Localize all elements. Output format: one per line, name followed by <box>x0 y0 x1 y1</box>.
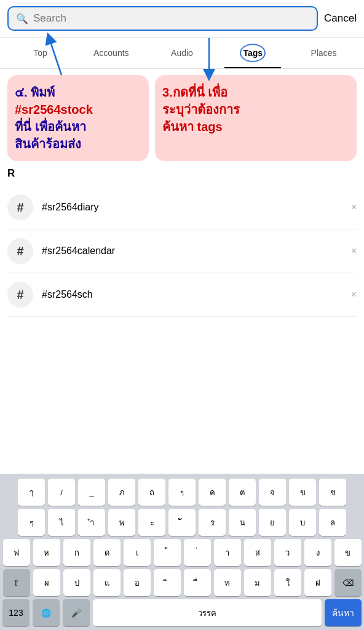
tabs-bar: Top Accounts Audio Tags Places <box>0 38 364 69</box>
numbers-label: 123 <box>9 608 23 618</box>
keyboard-row-2: ๆ ไ ำ พ ะ ั ร น ย บ ล <box>2 509 362 536</box>
key-ฟ[interactable]: ฟ <box>3 539 30 566</box>
key-ต[interactable]: ต <box>229 479 256 506</box>
key-ย[interactable]: ย <box>259 509 286 536</box>
key-ค[interactable]: ค <box>199 479 226 506</box>
key-ท[interactable]: ท <box>214 569 241 596</box>
keyboard-bottom-row: 123 🌐 🎤 วรรค ค้นหา <box>2 599 362 626</box>
tab-tags-circle: Tags <box>240 44 266 62</box>
tab-audio[interactable]: Audio <box>146 42 217 64</box>
annotation-left-line4: สินค้าร้อมส่ง <box>15 137 81 151</box>
annotation-right-line1: 3.กดที่นี่ เพื่อ <box>162 86 228 99</box>
key-จ[interactable]: จ <box>259 479 286 506</box>
key-น[interactable]: น <box>229 509 256 536</box>
key-ไ[interactable]: ไ <box>48 509 75 536</box>
keyboard-row-3: ฟ ห ก ด เ ้ ่ า ส ว ง ข <box>2 539 362 566</box>
list-item: # #sr2564calendar × <box>7 229 357 273</box>
annotation-box-left: ๔. พิมพ์ #sr2564stock ที่นี่ เพื่อค้นหา … <box>7 75 149 161</box>
key-บ[interactable]: บ <box>289 509 316 536</box>
annotation-left-line3: ที่นี่ เพื่อค้นหา <box>15 120 86 134</box>
key-tone-mai-tho[interactable]: ้ <box>154 539 181 566</box>
tag-name: #sr2564diary <box>42 202 342 213</box>
key-ถ[interactable]: ถ <box>138 479 165 506</box>
key-เ[interactable]: เ <box>124 539 151 566</box>
key-ใ[interactable]: ใ <box>274 569 301 596</box>
key-ำ[interactable]: ำ <box>78 509 105 536</box>
letter-divider: R <box>0 164 364 181</box>
key-อ[interactable]: อ <box>124 569 151 596</box>
key-ด[interactable]: ด <box>93 539 121 566</box>
delete-key[interactable]: ⌫ <box>334 569 362 596</box>
search-key[interactable]: ค้นหา <box>325 599 362 626</box>
annotation-right-line2: ระบุว่าต้องการ <box>162 103 240 116</box>
space-label: วรรค <box>198 607 216 620</box>
key-ห[interactable]: ห <box>33 539 60 566</box>
key-ข[interactable]: ข <box>289 479 316 506</box>
tag-close-button[interactable]: × <box>351 245 357 257</box>
key-ภ[interactable]: ภ <box>108 479 135 506</box>
globe-key[interactable]: 🌐 <box>33 599 60 626</box>
annotation-left-line1: ๔. พิมพ์ <box>15 86 55 99</box>
tag-list: # #sr2564diary × # #sr2564calendar × # #… <box>0 186 364 317</box>
key-ข2[interactable]: ข <box>334 539 362 566</box>
key-ๅ[interactable]: ๅ <box>18 479 45 506</box>
mic-icon: 🎤 <box>71 608 81 618</box>
tag-name: #sr2564sch <box>42 289 342 300</box>
cancel-button[interactable]: Cancel <box>324 12 357 25</box>
key-ช[interactable]: ช <box>319 479 346 506</box>
key-ร[interactable]: ร <box>199 509 226 536</box>
tag-close-button[interactable]: × <box>351 202 357 213</box>
key-sara-i[interactable]: ิ <box>154 569 181 596</box>
tag-name: #sr2564calendar <box>42 245 342 257</box>
annotation-right-line3: ค้นหา tags <box>162 120 223 134</box>
tab-places[interactable]: Places <box>288 42 359 64</box>
search-bar[interactable]: 🔍 <box>7 6 318 31</box>
tag-hash-icon: # <box>7 282 33 308</box>
shift-key[interactable]: ⇧ <box>3 569 30 596</box>
key-ว[interactable]: ว <box>274 539 301 566</box>
search-key-label: ค้นหา <box>332 606 354 620</box>
keyboard-row-4: ⇧ ผ ป แ อ ิ ื ท ม ใ ฝ ⌫ <box>2 569 362 596</box>
key-แ[interactable]: แ <box>93 569 121 596</box>
tag-close-button[interactable]: × <box>351 289 357 300</box>
annotation-box-right: 3.กดที่นี่ เพื่อ ระบุว่าต้องการ ค้นหา ta… <box>155 75 357 161</box>
key-ก[interactable]: ก <box>63 539 90 566</box>
header: 🔍 Cancel <box>0 0 364 38</box>
mic-key[interactable]: 🎤 <box>63 599 90 626</box>
key-พ[interactable]: พ <box>108 509 135 536</box>
key-small-ๆ[interactable]: ๆ <box>168 479 196 506</box>
key-ส[interactable]: ส <box>244 539 271 566</box>
tab-top[interactable]: Top <box>5 42 76 64</box>
annotations-area: ๔. พิมพ์ #sr2564stock ที่นี่ เพื่อค้นหา … <box>0 69 364 164</box>
key-ะ[interactable]: ะ <box>138 509 165 536</box>
annotation-left-line2: #sr2564stock <box>15 103 93 116</box>
keyboard: ๅ / _ ภ ถ ๆ ค ต จ ข ช ๆ ไ ำ พ ะ ั ร น ย … <box>0 474 364 630</box>
list-item: # #sr2564sch × <box>7 273 357 317</box>
search-icon: 🔍 <box>16 13 28 25</box>
key-ม[interactable]: ม <box>244 569 271 596</box>
key-sara-a[interactable]: ั <box>168 509 196 536</box>
tab-accounts[interactable]: Accounts <box>76 42 146 64</box>
key-sara-ue[interactable]: ื <box>184 569 211 596</box>
key-ป[interactable]: ป <box>63 569 90 596</box>
tag-hash-icon: # <box>7 194 33 220</box>
globe-icon: 🌐 <box>41 608 51 618</box>
tab-tags[interactable]: Tags <box>218 38 288 68</box>
keyboard-row-1: ๅ / _ ภ ถ ๆ ค ต จ ข ช <box>2 479 362 506</box>
key-slash[interactable]: / <box>48 479 75 506</box>
key-ฝ[interactable]: ฝ <box>304 569 331 596</box>
key-ง[interactable]: ง <box>304 539 331 566</box>
key-ล[interactable]: ล <box>319 509 346 536</box>
numbers-key[interactable]: 123 <box>2 599 30 626</box>
key-า[interactable]: า <box>214 539 241 566</box>
key-ผ[interactable]: ผ <box>33 569 60 596</box>
list-item: # #sr2564diary × <box>7 186 357 229</box>
key-ๆ[interactable]: ๆ <box>18 509 45 536</box>
search-input[interactable] <box>33 12 309 25</box>
key-underscore[interactable]: _ <box>78 479 105 506</box>
tag-hash-icon: # <box>7 238 33 264</box>
key-tone-mai-ek[interactable]: ่ <box>184 539 211 566</box>
space-key[interactable]: วรรค <box>93 599 322 626</box>
